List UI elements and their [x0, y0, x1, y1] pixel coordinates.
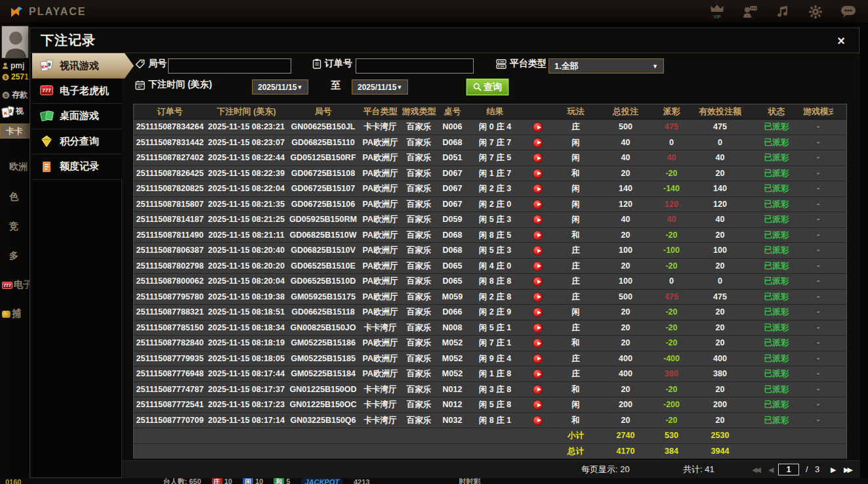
- play-icon: [537, 156, 541, 160]
- cell-bet-type: 和: [553, 336, 598, 351]
- deposit-row[interactable]: S 存款: [2, 89, 28, 100]
- play-video-button[interactable]: [533, 200, 543, 209]
- person-icon: [2, 62, 9, 69]
- search-button-label: 查询: [484, 81, 502, 93]
- table-row: 251115087772541 2025-11-15 08:17:23 GN01…: [134, 397, 846, 413]
- play-video-button[interactable]: [533, 215, 543, 225]
- play-video-button[interactable]: [533, 122, 543, 132]
- play-video-button[interactable]: [533, 369, 543, 379]
- cell-order-id: 251115087774787: [134, 382, 206, 397]
- round-input[interactable]: [168, 58, 291, 74]
- play-video-button[interactable]: [533, 416, 543, 426]
- date-to-select[interactable]: 2025/11/15 ▼: [352, 79, 408, 95]
- date-from-select[interactable]: 2025/11/15 ▼: [252, 79, 308, 95]
- play-video-button[interactable]: [533, 354, 543, 364]
- menu-item-slots[interactable]: 777 电子老虎机: [32, 79, 122, 104]
- category-fishing[interactable]: 捕: [0, 302, 30, 324]
- table-games-icon: [40, 110, 54, 123]
- play-video-button[interactable]: [533, 138, 543, 148]
- music-icon[interactable]: [775, 4, 791, 20]
- avatar[interactable]: [1, 26, 29, 58]
- page-input[interactable]: 1: [778, 464, 799, 475]
- bet-records-table: 订单号下注时间 (美东)局号平台类型游戏类型桌号结果玩法总投注派彩有效投注额状态…: [133, 104, 847, 458]
- cell-play: [522, 397, 553, 412]
- play-video-button[interactable]: [533, 276, 543, 286]
- category-jing[interactable]: 竞: [0, 215, 30, 237]
- menu-label: 视讯游戏: [60, 60, 99, 72]
- cell-order-id: 251115087814187: [134, 212, 206, 227]
- play-video-button[interactable]: [533, 184, 543, 194]
- last-page-button[interactable]: ▶▶: [844, 461, 851, 478]
- play-icon: [537, 341, 541, 345]
- cell-bet-type: 闲: [553, 305, 598, 320]
- cell-table-no: D068: [437, 243, 468, 258]
- first-page-button[interactable]: ◀◀: [752, 461, 759, 478]
- search-button[interactable]: 查询: [466, 79, 508, 95]
- subtotal-row: 小计 2740 530 2530: [134, 428, 846, 444]
- menu-item-points[interactable]: 积分查询: [32, 129, 122, 155]
- cell-round-id: GN00825B150JO: [287, 320, 360, 336]
- platform-select[interactable]: 1.全部 ▼: [548, 58, 664, 74]
- cell-play: [522, 290, 553, 305]
- category-se[interactable]: 色: [0, 185, 30, 208]
- category-slots[interactable]: 777电子: [0, 273, 30, 296]
- play-video-button[interactable]: [533, 246, 543, 255]
- play-video-button[interactable]: [533, 323, 543, 333]
- cell-order-id: 251115087776948: [134, 366, 206, 382]
- play-icon: [537, 218, 541, 222]
- cell-total-bet: 20: [598, 382, 653, 397]
- play-video-button[interactable]: [533, 153, 543, 163]
- play-video-button[interactable]: [533, 292, 543, 302]
- play-video-button[interactable]: [533, 169, 543, 179]
- close-icon[interactable]: ×: [834, 33, 848, 48]
- play-icon: [537, 187, 541, 191]
- bet-records-modal: 下注记录 × 9K♥ 视讯游戏 777 电子老虎机 桌面游戏: [30, 28, 859, 478]
- vip-icon[interactable]: VIP: [709, 4, 725, 20]
- category-kaka[interactable]: 卡卡: [0, 123, 30, 139]
- cell-status: 已派彩: [750, 366, 803, 382]
- table-row: 251115087815807 2025-11-15 08:21:35 GD06…: [134, 197, 846, 213]
- cell-play: [522, 197, 553, 212]
- menu-item-table-games[interactable]: 桌面游戏: [32, 104, 122, 129]
- total-label: 总计: [553, 444, 598, 459]
- header-cell: 平台类型: [360, 104, 401, 119]
- settings-gear-icon[interactable]: [808, 4, 823, 20]
- cell-play: [522, 413, 553, 428]
- support-icon[interactable]: [742, 4, 758, 20]
- menu-item-credit-records[interactable]: 额度记录: [32, 154, 122, 180]
- cell-valid-bet: 200: [690, 397, 750, 412]
- play-video-button[interactable]: [533, 400, 543, 410]
- cell-total-bet: 20: [598, 305, 653, 320]
- header-cell: 下注时间 (美东): [206, 104, 287, 119]
- playace-mark-icon: [9, 5, 24, 19]
- cell-total-bet: 100: [598, 243, 653, 258]
- cell-game-type: 百家乐: [401, 413, 437, 428]
- cell-payout: -20: [653, 259, 690, 274]
- cell-valid-bet: 40: [690, 212, 750, 227]
- cell-valid-bet: 120: [690, 197, 750, 212]
- svg-text:$: $: [4, 74, 7, 80]
- table-header-row: 订单号下注时间 (美东)局号平台类型游戏类型桌号结果玩法总投注派彩有效投注额状态…: [134, 104, 846, 120]
- cell-round-id: GD06525B1510D: [287, 274, 360, 289]
- play-video-button[interactable]: [533, 261, 543, 271]
- menu-item-video-games[interactable]: 9K♥ 视讯游戏: [32, 53, 134, 79]
- cell-bet-time: 2025-11-15 08:22:44: [206, 150, 287, 165]
- play-video-button[interactable]: [533, 385, 543, 395]
- cell-table-no: N006: [437, 120, 468, 135]
- table-row: 251115087834264 2025-11-15 08:23:21 GN00…: [134, 120, 846, 135]
- play-video-button[interactable]: [533, 231, 543, 240]
- next-page-button[interactable]: ▶: [831, 461, 834, 478]
- play-video-button[interactable]: [533, 338, 543, 348]
- play-video-button[interactable]: [533, 307, 543, 317]
- order-input[interactable]: [356, 58, 474, 74]
- video-games-row[interactable]: 9 K 视: [2, 106, 24, 117]
- cell-status: 已派彩: [750, 228, 803, 243]
- table-row: 251115087788321 2025-11-15 08:18:51 GD06…: [134, 305, 846, 320]
- chat-icon[interactable]: [840, 4, 856, 20]
- category-duo[interactable]: 多: [0, 244, 30, 267]
- table-row: 251115087826425 2025-11-15 08:22:39 GD06…: [134, 166, 846, 182]
- cell-round-id: GD06725B15106: [287, 197, 360, 212]
- prev-page-button[interactable]: ◀: [768, 461, 772, 478]
- cell-play: [522, 274, 553, 289]
- category-europe[interactable]: 欧洲: [0, 155, 30, 177]
